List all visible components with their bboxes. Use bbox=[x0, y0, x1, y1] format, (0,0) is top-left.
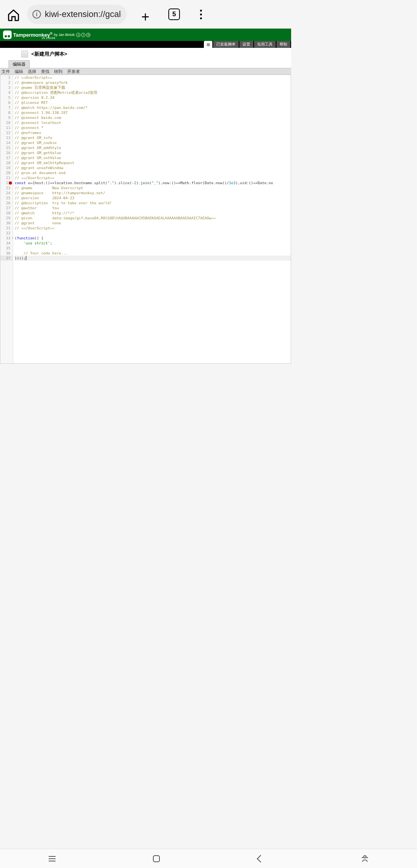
tab-installed-scripts[interactable]: 已安装脚本 bbox=[213, 41, 239, 48]
line-number: 17 bbox=[0, 155, 13, 160]
line-number: 5 bbox=[0, 95, 13, 100]
code-line[interactable]: // @grant none bbox=[15, 220, 291, 225]
code-line[interactable]: // @license MIT bbox=[15, 100, 291, 105]
menu-select[interactable]: 选择 bbox=[28, 69, 36, 75]
code-line[interactable] bbox=[15, 231, 291, 236]
url-bar[interactable]: i kiwi-extension://gcale bbox=[27, 5, 127, 24]
line-number: 29 bbox=[0, 215, 13, 220]
app-version: v5.1.6194 bbox=[42, 36, 55, 40]
code-line[interactable]: // @name 百度网盘批量下载 bbox=[15, 85, 291, 90]
line-number: 9 bbox=[0, 115, 13, 120]
code-line[interactable]: // @namespace http://tampermonkey.net/ bbox=[15, 190, 291, 195]
code-line[interactable]: // @grant GM_info bbox=[15, 135, 291, 140]
code-line[interactable]: // @grant GM_getValue bbox=[15, 150, 291, 155]
script-title: <新建用户脚本> bbox=[31, 51, 67, 58]
line-number: 6 bbox=[0, 100, 13, 105]
add-script-tab[interactable]: ⊞ bbox=[204, 41, 212, 48]
line-number: 28 bbox=[0, 210, 13, 215]
line-number: 36 bbox=[0, 251, 13, 256]
browser-toolbar: i kiwi-extension://gcale 5 bbox=[0, 0, 291, 29]
home-icon[interactable] bbox=[7, 8, 20, 20]
code-line[interactable]: (function() { bbox=[15, 236, 291, 241]
code-line[interactable]: // @namespace greasyfork bbox=[15, 80, 291, 85]
code-line[interactable]: // @connect 1.94.138.197 bbox=[15, 110, 291, 115]
line-number: 7 bbox=[0, 105, 13, 110]
code-line[interactable]: // @connect localhost bbox=[15, 120, 291, 125]
code-line[interactable]: // ==UserScript== bbox=[15, 75, 291, 80]
line-number: 30 bbox=[0, 220, 13, 225]
code-line[interactable]: // @grant GM_cookie bbox=[15, 140, 291, 145]
menu-file[interactable]: 文件 bbox=[2, 69, 10, 75]
code-line[interactable]: // @version 2024-04-23 bbox=[15, 195, 291, 200]
code-line[interactable]: })(); bbox=[15, 256, 291, 261]
code-line[interactable]: // @description try to take over the wor… bbox=[15, 200, 291, 205]
facebook-icon[interactable]: f bbox=[81, 33, 85, 37]
code-line[interactable]: // @grant unsafeWindow bbox=[15, 165, 291, 170]
code-line[interactable] bbox=[15, 246, 291, 251]
github-icon[interactable]: ⎋ bbox=[76, 33, 80, 37]
line-number: 24 bbox=[0, 190, 13, 195]
code-line[interactable]: // @version 0.2.34 bbox=[15, 95, 291, 100]
script-icon bbox=[21, 51, 28, 58]
code-area[interactable]: // ==UserScript==// @namespace greasyfor… bbox=[13, 75, 291, 363]
line-number: 12 bbox=[0, 130, 13, 135]
code-line[interactable]: // ==/UserScript== bbox=[15, 175, 291, 180]
code-line[interactable]: // ==/UserScript== bbox=[15, 225, 291, 231]
line-number: 20 bbox=[0, 170, 13, 175]
tab-switcher-button[interactable]: 5 bbox=[168, 8, 180, 20]
url-text: kiwi-extension://gcale bbox=[45, 9, 121, 19]
editor-tabs: 编辑器 bbox=[0, 60, 291, 68]
code-line[interactable]: // @description 搭配Motrix或者aria2使用 bbox=[15, 90, 291, 95]
line-number: 19 bbox=[0, 165, 13, 170]
code-line[interactable]: // @icon data:image/gif;base64,R0lGODlhA… bbox=[15, 215, 291, 220]
menu-find[interactable]: 查找 bbox=[41, 69, 49, 75]
line-number: 26 bbox=[0, 200, 13, 205]
line-number: 22 bbox=[0, 180, 13, 185]
line-number: 37 bbox=[0, 256, 13, 261]
line-number: 34 bbox=[0, 241, 13, 246]
code-line[interactable]: // @grant GM_addStyle bbox=[15, 145, 291, 150]
line-number: 15 bbox=[0, 145, 13, 150]
instagram-icon[interactable]: ◎ bbox=[86, 33, 90, 37]
code-line[interactable]: // @grant GM_setValue bbox=[15, 155, 291, 160]
code-line[interactable]: const u={host:()=>location.hostname.spli… bbox=[15, 180, 291, 185]
code-line[interactable]: // Your code here... bbox=[15, 251, 291, 256]
script-title-row: <新建用户脚本> bbox=[0, 48, 291, 60]
code-line[interactable]: // @author You bbox=[15, 205, 291, 210]
line-gutter: 1234567891011121314151617181920212223242… bbox=[0, 75, 13, 363]
line-number: 25 bbox=[0, 195, 13, 200]
code-line[interactable]: 'use strict'; bbox=[15, 241, 291, 246]
tab-settings[interactable]: 设置 bbox=[239, 41, 253, 48]
code-line[interactable]: // @match https://pan.baidu.com/* bbox=[15, 105, 291, 110]
code-line[interactable]: // @match http://*/* bbox=[15, 210, 291, 215]
line-number: 31 bbox=[0, 225, 13, 231]
code-line[interactable]: // @name New Userscript bbox=[15, 185, 291, 190]
app-author: by Jan Biniok bbox=[54, 33, 75, 37]
top-tabs: ⊞ 已安装脚本 设置 实用工具 帮助 bbox=[0, 41, 291, 48]
menu-developer[interactable]: 开发者 bbox=[67, 69, 80, 75]
line-number: 33 bbox=[0, 236, 13, 241]
code-line[interactable]: // @run-at document-end bbox=[15, 170, 291, 175]
tab-utilities[interactable]: 实用工具 bbox=[254, 41, 276, 48]
social-links: ⎋ f ◎ bbox=[76, 33, 90, 37]
line-number: 8 bbox=[0, 110, 13, 115]
line-number: 18 bbox=[0, 160, 13, 165]
code-line[interactable]: // @connect baidu.com bbox=[15, 115, 291, 120]
line-number: 21 bbox=[0, 175, 13, 180]
code-editor[interactable]: 1234567891011121314151617181920212223242… bbox=[0, 75, 291, 364]
tab-help[interactable]: 帮助 bbox=[276, 41, 290, 48]
menu-edit[interactable]: 编辑 bbox=[15, 69, 23, 75]
menu-icon[interactable] bbox=[196, 10, 205, 19]
new-tab-button[interactable] bbox=[141, 9, 152, 20]
line-number: 4 bbox=[0, 90, 13, 95]
code-line[interactable]: // @noframes bbox=[15, 130, 291, 135]
line-number: 16 bbox=[0, 150, 13, 155]
code-line[interactable]: // @grant GM_xmlhttpRequest bbox=[15, 160, 291, 165]
line-number: 23 bbox=[0, 185, 13, 190]
line-number: 27 bbox=[0, 205, 13, 210]
tampermonkey-logo bbox=[3, 31, 12, 39]
menu-goto[interactable]: 转到 bbox=[54, 69, 63, 75]
line-number: 1 bbox=[0, 75, 13, 80]
code-line[interactable]: // @connect * bbox=[15, 125, 291, 130]
tab-editor[interactable]: 编辑器 bbox=[8, 60, 30, 68]
